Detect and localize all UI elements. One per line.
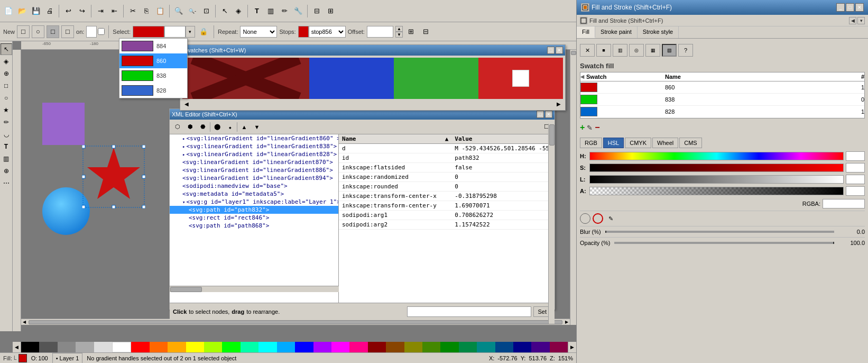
xml-item-linearGradient886[interactable]: <svg:linearGradient id="linearGradient88… <box>170 166 338 174</box>
hue-value-input[interactable]: 0 <box>846 151 865 161</box>
undo-button[interactable]: ↩ <box>62 5 75 17</box>
swatch-del-btn[interactable]: − <box>595 123 599 132</box>
swatch-green-section[interactable] <box>394 58 478 99</box>
opacity-slider[interactable] <box>614 242 834 244</box>
color-pink[interactable] <box>349 342 367 352</box>
fill-none-btn[interactable]: ✕ <box>580 44 595 57</box>
color-blue[interactable] <box>295 342 313 352</box>
xml-close-btn[interactable]: ✕ <box>545 111 552 118</box>
color-amber[interactable] <box>168 342 186 352</box>
swatches-close-btn[interactable]: ✕ <box>556 47 563 54</box>
color-brown[interactable] <box>386 342 404 352</box>
swatches-maximize-btn[interactable]: □ <box>547 47 555 54</box>
xml-attr-row-id[interactable]: id path832 <box>339 153 555 163</box>
print-button[interactable]: 🖨 <box>43 5 56 17</box>
new-button[interactable]: 📄 <box>2 5 15 17</box>
text-tool[interactable]: T <box>1 141 12 152</box>
color-dark-green2[interactable] <box>422 342 440 352</box>
xml-attr-row-rounded[interactable]: inkscape:rounded 0 <box>339 182 555 192</box>
lit-value-input[interactable]: 0 <box>846 175 865 184</box>
xml-attrs-vscroll[interactable] <box>548 134 555 303</box>
xml-item-linearGradient860[interactable]: ▸<svg:linearGradient id="linearGradient8… <box>170 134 338 142</box>
node-edit-tool[interactable]: ◈ <box>1 56 12 67</box>
selector-tool[interactable]: ↖ <box>1 43 12 55</box>
zoom-out-button[interactable]: 🔍- <box>186 5 199 17</box>
layer-select-btn[interactable]: • Layer 1 <box>52 353 83 364</box>
tab-stroke-paint[interactable]: Stroke paint <box>595 26 638 38</box>
xml-item-linearGradient838[interactable]: ▸<svg:linearGradient id="linearGradient8… <box>170 142 338 150</box>
export-button[interactable]: ⇤ <box>108 5 121 17</box>
color-white[interactable] <box>112 342 131 352</box>
dropdown-item-838[interactable]: 838 <box>119 68 187 83</box>
vscroll[interactable] <box>570 50 576 325</box>
xml-attr-row-tcy[interactable]: inkscape:transform-center-y 1.69070071 <box>339 201 555 211</box>
dropper-tool[interactable]: ⊕ <box>1 165 12 177</box>
swatches-scroll-right[interactable]: ▶ <box>555 101 563 107</box>
color-yellow[interactable] <box>186 342 204 352</box>
fill-unknown-btn[interactable]: ? <box>678 44 693 57</box>
xml-attrs-vscroll-thumb[interactable] <box>549 134 555 146</box>
color-lighter-gray[interactable] <box>94 342 112 352</box>
swatch-add-btn[interactable]: + <box>580 123 585 132</box>
xml-attr-row-flatsided[interactable]: inkscape:flatsided false <box>339 163 555 173</box>
dropdown-item-828[interactable]: 828 <box>119 83 187 98</box>
xml-tree-hscroll-thumb[interactable] <box>170 287 202 292</box>
zoom-fit-button[interactable]: ⊡ <box>200 5 213 17</box>
color-mode-wheel[interactable]: Wheel <box>652 138 678 148</box>
color-cyan[interactable] <box>258 342 276 352</box>
swatches-image[interactable] <box>182 58 563 99</box>
xml-attr-row-arg2[interactable]: sodipodi:arg2 1.15742522 <box>339 220 555 230</box>
swatch-edit-btn[interactable]: ✎ <box>587 124 593 132</box>
fill-flat-btn[interactable]: ■ <box>596 44 611 57</box>
gradient-edit-btn2[interactable]: ⊟ <box>420 25 432 38</box>
color-mode-cmyk[interactable]: CMYK <box>625 138 651 148</box>
bezier-tool-button[interactable]: ✏ <box>278 5 291 17</box>
xml-duplicate-btn[interactable]: ⬣ <box>197 121 209 133</box>
spray-tool[interactable]: ⋯ <box>1 177 12 189</box>
blur-slider[interactable] <box>605 231 834 233</box>
rectangle-tool[interactable]: □ <box>1 80 12 92</box>
select-dropdown-btn[interactable]: ▾ <box>186 26 195 38</box>
xml-move-up-btn[interactable]: ▲ <box>238 121 250 133</box>
xml-col-name[interactable]: Name <box>339 134 442 144</box>
xml-item-layer1[interactable]: ▾<svg:g id="layer1" inkscape:label="Laye… <box>170 198 338 206</box>
xml-maximize-btn[interactable]: □ <box>537 111 544 118</box>
xml-item-linearGradient870[interactable]: <svg:linearGradient id="linearGradient87… <box>170 158 338 166</box>
select-tool-button[interactable]: ↖ <box>218 5 231 17</box>
xml-move-down-btn[interactable]: ▼ <box>251 121 263 133</box>
xml-item-path868[interactable]: <svg:path id="path868"> <box>170 222 338 230</box>
paste-button[interactable]: 📋 <box>154 5 167 17</box>
pencil-tool[interactable]: ✏ <box>1 116 12 128</box>
xml-item-namedview[interactable]: <sodipodi:namedview id="base"> <box>170 182 338 190</box>
fill-swatch-btn[interactable]: ▧ <box>662 44 677 57</box>
node-tool-button[interactable]: ◈ <box>232 5 245 17</box>
gradient-tool-button[interactable]: ▥ <box>264 5 277 17</box>
xml-attr-row-tcx[interactable]: inkscape:transform-center-x -0.318795298 <box>339 192 555 201</box>
zoom-in-button[interactable]: 🔍 <box>172 5 185 17</box>
xml-attr-row-arg1[interactable]: sodipodi:arg1 0.708626272 <box>339 211 555 220</box>
xml-tree[interactable]: ▸<svg:linearGradient id="linearGradient8… <box>170 134 339 303</box>
gradient-edit-btn1[interactable]: ⊞ <box>405 25 418 38</box>
alpha-value-input[interactable]: 255 <box>846 186 865 196</box>
color-dark-blue[interactable] <box>513 342 531 352</box>
swatch-prev-arrow[interactable]: ◀ <box>580 74 584 79</box>
open-button[interactable]: 📂 <box>16 5 29 17</box>
hue-slider[interactable] <box>589 152 844 160</box>
color-strip-scroll-left[interactable]: ◀ <box>13 342 21 352</box>
vscroll-thumb[interactable] <box>571 51 576 55</box>
offset-up-btn[interactable]: ▲ <box>395 26 403 32</box>
text-tool-button[interactable]: T <box>251 5 263 17</box>
color-dark-gray[interactable] <box>39 342 57 352</box>
color-violet[interactable] <box>313 342 331 352</box>
tab-fill[interactable]: Fill <box>577 26 595 38</box>
swatch-row-860[interactable]: 860 1 <box>580 81 864 94</box>
star-tool[interactable]: ★ <box>1 104 12 116</box>
offset-input[interactable]: 0.00 <box>367 26 393 38</box>
color-gray[interactable] <box>58 342 76 352</box>
new-type-check[interactable]: □ <box>61 25 74 38</box>
color-mode-hsl[interactable]: HSL <box>603 138 624 148</box>
fs-titlebar[interactable]: Fill and Stroke (Shift+Ctrl+F) _ □ ✕ <box>577 0 868 15</box>
color-strip-scroll-right[interactable]: ▶ <box>568 342 576 352</box>
color-light-gray[interactable] <box>76 342 94 352</box>
alpha-slider[interactable] <box>589 187 844 195</box>
